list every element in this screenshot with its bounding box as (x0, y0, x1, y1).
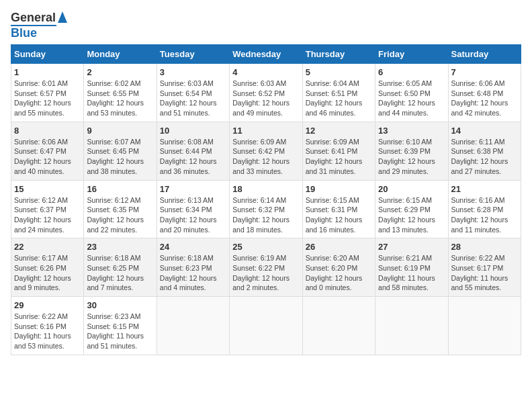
day-info: Sunrise: 6:22 AM Sunset: 6:17 PM Dayligh… (451, 253, 518, 293)
day-number: 15 (14, 184, 81, 194)
day-info: Sunrise: 6:13 AM Sunset: 6:34 PM Dayligh… (160, 195, 226, 235)
daylight-label: Daylight: 12 hours and 9 minutes. (14, 274, 71, 292)
sunrise-label: Sunrise: 6:06 AM (14, 138, 68, 146)
day-info: Sunrise: 6:07 AM Sunset: 6:45 PM Dayligh… (87, 137, 153, 177)
daylight-label: Daylight: 12 hours and 4 minutes. (160, 274, 217, 292)
sunset-label: Sunset: 6:31 PM (306, 205, 358, 214)
calendar-cell: 22 Sunrise: 6:17 AM Sunset: 6:26 PM Dayl… (11, 238, 84, 297)
sunset-label: Sunset: 6:20 PM (306, 264, 358, 272)
sunset-label: Sunset: 6:51 PM (306, 89, 358, 97)
calendar-cell: 26 Sunrise: 6:20 AM Sunset: 6:20 PM Dayl… (302, 238, 375, 297)
calendar-cell (448, 297, 521, 355)
sunset-label: Sunset: 6:55 PM (87, 89, 139, 97)
sunset-label: Sunset: 6:52 PM (232, 89, 285, 97)
daylight-label: Daylight: 12 hours and 13 minutes. (378, 216, 435, 234)
daylight-label: Daylight: 11 hours and 55 minutes. (451, 274, 508, 292)
sunrise-label: Sunrise: 6:20 AM (306, 254, 359, 262)
daylight-label: Daylight: 12 hours and 51 minutes. (160, 99, 217, 117)
calendar-cell: 23 Sunrise: 6:18 AM Sunset: 6:25 PM Dayl… (84, 238, 157, 297)
sunrise-label: Sunrise: 6:09 AM (232, 138, 286, 146)
day-info: Sunrise: 6:23 AM Sunset: 6:15 PM Dayligh… (87, 312, 153, 351)
sunset-label: Sunset: 6:17 PM (451, 264, 504, 272)
calendar-cell: 11 Sunrise: 6:09 AM Sunset: 6:42 PM Dayl… (230, 122, 302, 180)
calendar-cell: 20 Sunrise: 6:15 AM Sunset: 6:29 PM Dayl… (375, 180, 448, 238)
daylight-label: Daylight: 12 hours and 11 minutes. (451, 216, 508, 234)
sunset-label: Sunset: 6:44 PM (160, 147, 212, 155)
daylight-label: Daylight: 11 hours and 58 minutes. (378, 274, 435, 292)
day-number: 13 (378, 126, 445, 136)
day-number: 6 (378, 67, 445, 77)
calendar-cell: 5 Sunrise: 6:04 AM Sunset: 6:51 PM Dayli… (302, 64, 375, 122)
sunrise-label: Sunrise: 6:22 AM (451, 254, 505, 262)
calendar-cell (230, 297, 302, 355)
sunset-label: Sunset: 6:42 PM (232, 147, 285, 155)
daylight-label: Daylight: 12 hours and 7 minutes. (87, 274, 144, 292)
day-number: 2 (87, 67, 153, 77)
col-header-saturday: Saturday (448, 45, 521, 64)
sunset-label: Sunset: 6:41 PM (306, 147, 358, 155)
day-number: 3 (160, 67, 226, 77)
sunrise-label: Sunrise: 6:21 AM (378, 254, 432, 262)
sunrise-label: Sunrise: 6:04 AM (306, 79, 359, 87)
daylight-label: Daylight: 12 hours and 55 minutes. (14, 99, 71, 117)
day-number: 25 (232, 242, 299, 252)
calendar-cell: 12 Sunrise: 6:09 AM Sunset: 6:41 PM Dayl… (302, 122, 375, 180)
day-info: Sunrise: 6:02 AM Sunset: 6:55 PM Dayligh… (87, 79, 153, 118)
sunrise-label: Sunrise: 6:17 AM (14, 254, 68, 262)
calendar-cell: 8 Sunrise: 6:06 AM Sunset: 6:47 PM Dayli… (11, 122, 84, 180)
daylight-label: Daylight: 11 hours and 51 minutes. (87, 332, 144, 350)
day-number: 18 (232, 184, 299, 194)
sunrise-label: Sunrise: 6:16 AM (451, 196, 505, 204)
sunset-label: Sunset: 6:57 PM (14, 89, 66, 97)
day-info: Sunrise: 6:09 AM Sunset: 6:41 PM Dayligh… (306, 137, 372, 177)
sunrise-label: Sunrise: 6:06 AM (451, 79, 505, 87)
day-info: Sunrise: 6:15 AM Sunset: 6:29 PM Dayligh… (378, 195, 445, 235)
day-info: Sunrise: 6:17 AM Sunset: 6:26 PM Dayligh… (14, 253, 81, 293)
day-number: 1 (14, 67, 81, 77)
calendar-cell (302, 297, 375, 355)
day-info: Sunrise: 6:22 AM Sunset: 6:16 PM Dayligh… (14, 312, 81, 351)
sunset-label: Sunset: 6:48 PM (451, 89, 504, 97)
sunset-label: Sunset: 6:50 PM (378, 89, 431, 97)
sunrise-label: Sunrise: 6:03 AM (160, 79, 214, 87)
daylight-label: Daylight: 12 hours and 40 minutes. (14, 157, 71, 175)
sunrise-label: Sunrise: 6:03 AM (232, 79, 286, 87)
sunset-label: Sunset: 6:15 PM (87, 322, 139, 330)
day-number: 28 (451, 242, 518, 252)
sunset-label: Sunset: 6:35 PM (87, 205, 139, 214)
sunset-label: Sunset: 6:26 PM (14, 264, 66, 272)
col-header-wednesday: Wednesday (230, 45, 302, 64)
calendar-week-row: 15 Sunrise: 6:12 AM Sunset: 6:37 PM Dayl… (11, 180, 521, 238)
sunset-label: Sunset: 6:28 PM (451, 205, 504, 214)
day-number: 10 (160, 126, 226, 136)
page-header: General Blue (11, 11, 521, 39)
sunset-label: Sunset: 6:38 PM (451, 147, 504, 155)
calendar-cell: 28 Sunrise: 6:22 AM Sunset: 6:17 PM Dayl… (448, 238, 521, 297)
daylight-label: Daylight: 12 hours and 24 minutes. (14, 216, 71, 234)
calendar-cell: 27 Sunrise: 6:21 AM Sunset: 6:19 PM Dayl… (375, 238, 448, 297)
daylight-label: Daylight: 12 hours and 33 minutes. (232, 157, 290, 175)
calendar-cell: 30 Sunrise: 6:23 AM Sunset: 6:15 PM Dayl… (84, 297, 157, 355)
day-info: Sunrise: 6:05 AM Sunset: 6:50 PM Dayligh… (378, 79, 445, 118)
sunset-label: Sunset: 6:47 PM (14, 147, 66, 155)
calendar-cell: 17 Sunrise: 6:13 AM Sunset: 6:34 PM Dayl… (157, 180, 229, 238)
day-number: 20 (378, 184, 445, 194)
sunrise-label: Sunrise: 6:07 AM (87, 138, 140, 146)
sunrise-label: Sunrise: 6:05 AM (378, 79, 432, 87)
calendar-week-row: 29 Sunrise: 6:22 AM Sunset: 6:16 PM Dayl… (11, 297, 521, 355)
day-info: Sunrise: 6:19 AM Sunset: 6:22 PM Dayligh… (232, 253, 299, 293)
sunset-label: Sunset: 6:32 PM (232, 205, 285, 214)
calendar-cell: 29 Sunrise: 6:22 AM Sunset: 6:16 PM Dayl… (11, 297, 84, 355)
sunrise-label: Sunrise: 6:18 AM (160, 254, 214, 262)
day-info: Sunrise: 6:10 AM Sunset: 6:39 PM Dayligh… (378, 137, 445, 177)
day-info: Sunrise: 6:12 AM Sunset: 6:35 PM Dayligh… (87, 195, 153, 235)
calendar-cell: 3 Sunrise: 6:03 AM Sunset: 6:54 PM Dayli… (157, 64, 229, 122)
day-number: 8 (14, 126, 81, 136)
sunrise-label: Sunrise: 6:14 AM (232, 196, 286, 204)
day-number: 26 (306, 242, 372, 252)
calendar-cell: 15 Sunrise: 6:12 AM Sunset: 6:37 PM Dayl… (11, 180, 84, 238)
sunrise-label: Sunrise: 6:22 AM (14, 312, 68, 320)
calendar-cell: 6 Sunrise: 6:05 AM Sunset: 6:50 PM Dayli… (375, 64, 448, 122)
sunset-label: Sunset: 6:45 PM (87, 147, 139, 155)
sunrise-label: Sunrise: 6:13 AM (160, 196, 214, 204)
